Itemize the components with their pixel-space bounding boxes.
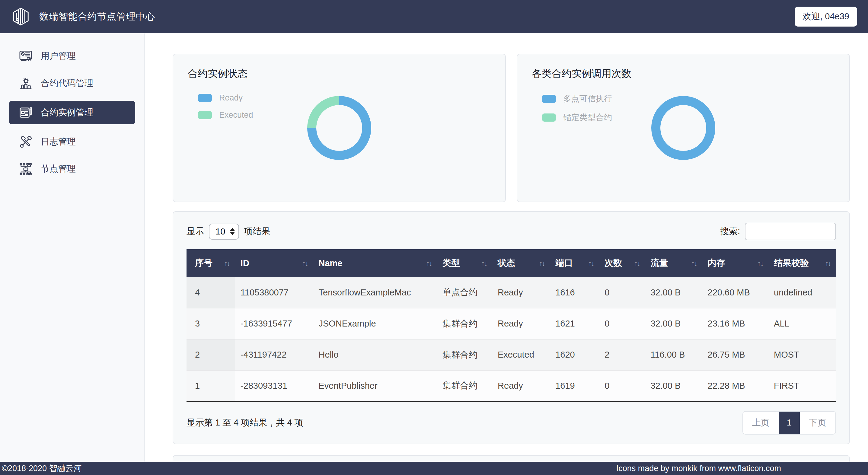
- table-controls: 显示 10 项结果 搜索:: [187, 223, 836, 240]
- legend-swatch: [542, 95, 556, 103]
- card-title: 各类合约实例调用次数: [532, 67, 835, 81]
- previous-page-button[interactable]: 上页: [743, 412, 779, 434]
- main-content: 合约实例状态 Ready Executed 各类合约实例调用次数 多点可信执行: [145, 33, 868, 462]
- table-cell: TensorflowExampleMac: [313, 277, 437, 308]
- table-cell: Hello: [313, 339, 437, 370]
- legend-item-executed[interactable]: Executed: [198, 110, 253, 120]
- sidebar-item-label: 合约实例管理: [41, 106, 93, 119]
- doughnut-hole: [660, 105, 706, 151]
- column-header-label: ID: [241, 258, 249, 268]
- table-cell: MOST: [768, 339, 836, 370]
- doughnut-chart-instance-status: [307, 96, 371, 160]
- table-cell: 116.00 B: [645, 339, 702, 370]
- node-management-icon: [19, 162, 33, 176]
- column-header-8[interactable]: 内存↑↓: [702, 249, 769, 277]
- table-cell: -283093131: [235, 370, 313, 401]
- column-header-4[interactable]: 状态↑↓: [492, 249, 550, 277]
- table-cell: Ready: [492, 308, 550, 339]
- contract-code-icon: [19, 76, 33, 91]
- copyright-text: ©2018-2020 智融云河: [2, 463, 82, 474]
- table-cell: 0: [599, 308, 645, 339]
- sort-arrows-icon: ↑↓: [536, 259, 545, 268]
- search-label: 搜索:: [720, 225, 740, 238]
- table-cell: 32.00 B: [645, 370, 702, 401]
- legend-label: 锚定类型合约: [563, 112, 612, 123]
- column-header-2[interactable]: Name↑↓: [313, 249, 437, 277]
- sidebar-item-user-management[interactable]: 用户管理: [0, 46, 144, 66]
- table-cell: JSONExample: [313, 308, 437, 339]
- bottom-card-contract-instance: 合约实例管理: [173, 455, 850, 462]
- table-cell: Ready: [492, 370, 550, 401]
- column-header-label: 序号: [195, 257, 213, 269]
- table-body: 41105380077TensorflowExampleMac单点合约Ready…: [187, 277, 836, 401]
- sort-arrows-icon: ↑↓: [585, 259, 594, 268]
- column-header-3[interactable]: 类型↑↓: [437, 249, 492, 277]
- table-cell: 集群合约: [437, 308, 492, 339]
- instances-table: 序号↑↓ID↑↓Name↑↓类型↑↓状态↑↓端口↑↓次数↑↓流量↑↓内存↑↓结果…: [187, 249, 836, 402]
- legend-swatch: [542, 114, 556, 122]
- sidebar-item-node-management[interactable]: 节点管理: [0, 159, 144, 179]
- sidebar-item-contract-instance-management[interactable]: 合约实例管理: [9, 101, 135, 124]
- page-number-button[interactable]: 1: [779, 412, 800, 434]
- table-cell: 集群合约: [437, 370, 492, 401]
- sidebar-item-log-management[interactable]: 日志管理: [0, 132, 144, 152]
- contract-instance-icon: [19, 106, 33, 120]
- chart-cards-row: 合约实例状态 Ready Executed 各类合约实例调用次数 多点可信执行: [173, 54, 850, 202]
- table-cell: 1105380077: [235, 277, 313, 308]
- column-header-label: 类型: [442, 257, 460, 269]
- column-header-6[interactable]: 次数↑↓: [599, 249, 645, 277]
- welcome-user-button[interactable]: 欢迎, 04e39: [795, 7, 857, 27]
- table-cell: 32.00 B: [645, 277, 702, 308]
- sidebar-item-label: 用户管理: [41, 50, 76, 62]
- sort-arrows-icon: ↑↓: [299, 259, 308, 268]
- table-footer: 显示第 1 至 4 项结果，共 4 项 上页 1 下页: [187, 411, 836, 435]
- table-cell: 26.75 MB: [702, 339, 769, 370]
- table-cell: EventPublisher: [313, 370, 437, 401]
- column-header-1[interactable]: ID↑↓: [235, 249, 313, 277]
- sidebar-item-label: 日志管理: [41, 136, 76, 148]
- table-cell: 1: [187, 370, 235, 401]
- doughnut-hole: [316, 105, 362, 151]
- column-header-label: 次数: [604, 257, 622, 269]
- search-control: 搜索:: [720, 223, 836, 240]
- table-cell: Ready: [492, 277, 550, 308]
- card-title: 合约实例状态: [188, 67, 491, 81]
- legend-label: Executed: [219, 110, 253, 120]
- card-instance-status: 合约实例状态 Ready Executed: [173, 54, 506, 202]
- sidebar-item-contract-code-management[interactable]: 合约代码管理: [0, 74, 144, 93]
- chart-legend: 多点可信执行 锚定类型合约: [542, 93, 612, 123]
- legend-item-anchored[interactable]: 锚定类型合约: [542, 112, 612, 123]
- app-header: 数瑞智能合约节点管理中心 欢迎, 04e39: [0, 0, 868, 33]
- column-header-5[interactable]: 端口↑↓: [550, 249, 599, 277]
- page-length-select[interactable]: 10: [209, 224, 239, 240]
- column-header-7[interactable]: 流量↑↓: [645, 249, 702, 277]
- pagination: 上页 1 下页: [742, 411, 836, 435]
- doughnut-chart-invocation-counts: [651, 96, 715, 160]
- sort-arrows-icon: ↑↓: [478, 259, 487, 268]
- sort-arrows-icon: ↑↓: [822, 259, 831, 268]
- legend-swatch: [198, 111, 212, 119]
- table-card: 显示 10 项结果 搜索: 序号↑↓ID↑↓Name↑↓类型↑↓状态↑↓端口↑↓…: [173, 211, 850, 444]
- column-header-label: 流量: [650, 257, 668, 269]
- sidebar-item-label: 节点管理: [41, 163, 76, 175]
- column-header-label: 端口: [555, 257, 573, 269]
- column-header-label: 内存: [708, 257, 725, 269]
- table-cell: 1619: [550, 370, 599, 401]
- table-cell: undefined: [768, 277, 836, 308]
- legend-item-ready[interactable]: Ready: [198, 93, 253, 103]
- table-header-row: 序号↑↓ID↑↓Name↑↓类型↑↓状态↑↓端口↑↓次数↑↓流量↑↓内存↑↓结果…: [187, 249, 836, 277]
- table-cell: 1621: [550, 308, 599, 339]
- legend-label: Ready: [219, 93, 243, 103]
- search-input[interactable]: [745, 223, 836, 240]
- next-page-button[interactable]: 下页: [800, 412, 835, 434]
- legend-swatch: [198, 94, 212, 102]
- column-header-9[interactable]: 结果校验↑↓: [768, 249, 836, 277]
- column-header-0[interactable]: 序号↑↓: [187, 249, 235, 277]
- table-cell: Executed: [492, 339, 550, 370]
- table-cell: 集群合约: [437, 339, 492, 370]
- table-cell: 23.16 MB: [702, 308, 769, 339]
- column-header-label: 状态: [498, 257, 515, 269]
- legend-item-multipoint[interactable]: 多点可信执行: [542, 93, 612, 104]
- card-invocation-counts: 各类合约实例调用次数 多点可信执行 锚定类型合约: [517, 54, 850, 202]
- sort-arrows-icon: ↑↓: [688, 259, 697, 268]
